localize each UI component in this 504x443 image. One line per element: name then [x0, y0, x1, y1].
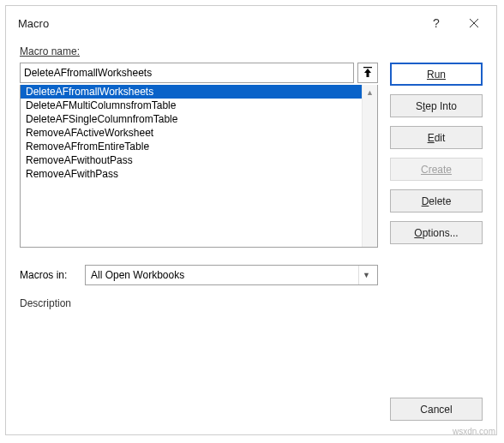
step-into-button[interactable]: Step Into — [390, 94, 483, 117]
macro-name-nav-button[interactable] — [357, 63, 378, 83]
macros-in-label: Macros in: — [20, 269, 76, 281]
delete-button[interactable]: Delete — [390, 189, 483, 213]
dialog-footer: Cancel — [6, 398, 496, 434]
macros-in-select[interactable]: All Open Workbooks ▼ — [85, 265, 378, 285]
list-item[interactable]: RemoveAFwithPass — [21, 167, 362, 181]
chevron-down-icon: ▼ — [358, 266, 374, 284]
button-column: Run Step Into Edit Create Delete Options… — [390, 45, 483, 384]
close-button[interactable] — [455, 9, 493, 37]
list-item[interactable]: RemoveAFwithoutPass — [21, 153, 362, 167]
scrollbar[interactable]: ▲ — [362, 85, 377, 247]
options-button[interactable]: Options... — [390, 221, 483, 244]
macro-name-label: Macro name: — [20, 45, 378, 57]
close-icon — [469, 18, 479, 28]
titlebar: Macro ? — [6, 6, 496, 40]
macro-name-input[interactable] — [20, 63, 354, 83]
cancel-button[interactable]: Cancel — [390, 398, 483, 421]
list-item[interactable]: DeleteAFSingleColumnfromTable — [21, 112, 362, 126]
description-label: Description — [20, 297, 378, 309]
macro-name-row — [20, 63, 378, 83]
macros-in-value: All Open Workbooks — [91, 269, 184, 281]
scroll-up-icon[interactable]: ▲ — [363, 85, 377, 100]
list-item[interactable]: RemoveAFfromEntireTable — [21, 140, 362, 153]
edit-button[interactable]: Edit — [390, 126, 483, 149]
macro-list[interactable]: DeleteAFfromallWorksheetsDeleteAFMultiCo… — [20, 85, 378, 248]
macro-dialog: Macro ? Macro name: DeleteAFfromallWorks… — [5, 5, 497, 435]
dialog-body: Macro name: DeleteAFfromallWorksheetsDel… — [6, 40, 496, 398]
help-button[interactable]: ? — [417, 9, 455, 37]
macro-list-items: DeleteAFfromallWorksheetsDeleteAFMultiCo… — [21, 85, 362, 247]
list-item[interactable]: DeleteAFfromallWorksheets — [21, 85, 362, 99]
list-item[interactable]: DeleteAFMultiColumnsfromTable — [21, 99, 362, 112]
macros-in-row: Macros in: All Open Workbooks ▼ — [20, 265, 378, 285]
watermark: wsxdn.com — [453, 427, 495, 436]
arrow-up-icon — [363, 67, 373, 79]
run-button[interactable]: Run — [390, 63, 483, 86]
dialog-title: Macro — [18, 17, 417, 30]
create-button: Create — [390, 158, 483, 181]
left-panel: Macro name: DeleteAFfromallWorksheetsDel… — [20, 45, 378, 384]
list-item[interactable]: RemoveAFActiveWorksheet — [21, 126, 362, 140]
